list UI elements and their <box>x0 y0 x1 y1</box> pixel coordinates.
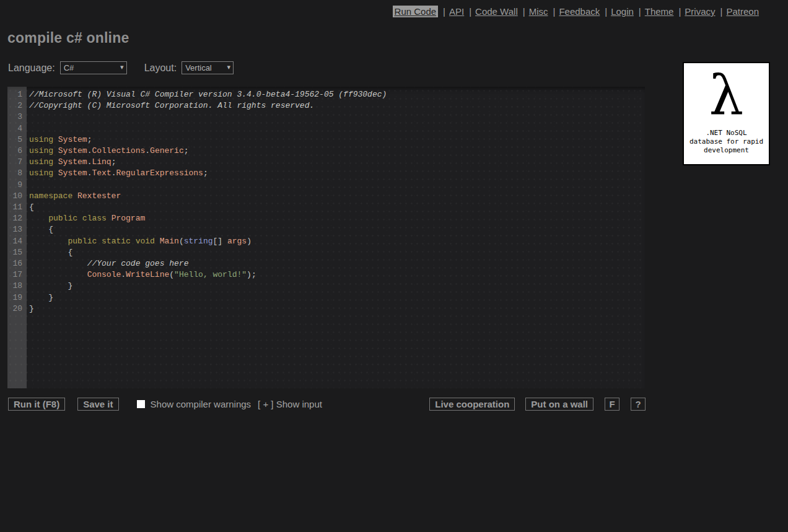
code-line <box>29 180 645 191</box>
code-lines[interactable]: //Microsoft (R) Visual C# Compiler versi… <box>27 87 645 388</box>
code-token-punct: ( <box>179 237 184 246</box>
nav-separator: | <box>523 6 525 17</box>
show-input-toggle[interactable]: [ + ] Show input <box>258 399 322 409</box>
line-number: 16 <box>7 258 27 269</box>
ad-text-line: development <box>684 146 769 155</box>
nav-item-code-wall[interactable]: Code Wall <box>475 6 518 17</box>
line-number: 20 <box>7 303 27 315</box>
code-token-punct <box>29 237 68 246</box>
line-number: 11 <box>7 202 27 213</box>
code-token-type: Rextester <box>77 191 121 201</box>
code-line: using System; <box>29 134 645 146</box>
ad-text-line: .NET NoSQL <box>684 129 769 137</box>
code-token-type: RegularExpressions <box>116 168 203 178</box>
compiler-warnings-label: Show compiler warnings <box>151 399 252 409</box>
code-token-type: Console <box>87 270 121 279</box>
code-token-type: Collections <box>92 146 145 155</box>
layout-select[interactable]: Vertical <box>182 61 234 74</box>
run-button[interactable]: Run it (F8) <box>8 398 65 411</box>
code-token-punct: ; <box>184 146 189 155</box>
line-number: 6 <box>7 146 27 157</box>
code-token-kw: public static void <box>68 237 159 246</box>
code-token-punct: [] <box>213 237 227 246</box>
code-token-punct: ; <box>203 168 208 178</box>
code-line <box>29 111 645 123</box>
code-token-comment: //Microsoft (R) Visual C# Compiler versi… <box>29 90 387 99</box>
nav-separator: | <box>678 6 681 17</box>
line-number: 5 <box>7 134 27 146</box>
layout-select-wrap: Vertical ▾ <box>182 61 234 74</box>
nav-item-patreon[interactable]: Patreon <box>726 6 759 17</box>
code-line: using System.Text.RegularExpressions; <box>29 168 645 179</box>
language-select-wrap: C# ▾ <box>60 61 127 74</box>
ad-banner[interactable]: λ .NET NoSQL database for rapid developm… <box>683 62 770 165</box>
code-line: public static void Main(string[] args) <box>29 236 645 247</box>
top-navigation: Run Code|API|Code Wall|Misc|Feedback|Log… <box>0 0 788 17</box>
code-token-punct: ); <box>247 270 256 279</box>
line-number: 17 <box>7 269 27 281</box>
code-line: } <box>29 292 645 303</box>
code-token-kw: namespace <box>29 191 77 201</box>
code-token-punct: ) <box>247 237 252 246</box>
code-editor[interactable]: 1234567891011121314151617181920 //Micros… <box>7 87 645 388</box>
nav-separator: | <box>639 6 641 17</box>
code-token-type: WriteLine <box>126 270 169 279</box>
line-number: 12 <box>7 213 27 224</box>
compiler-warnings-checkbox[interactable] <box>137 400 145 408</box>
code-line: public class Program <box>29 213 645 224</box>
code-token-comment: //Your code goes here <box>87 259 189 268</box>
nav-separator: | <box>443 6 445 17</box>
nav-item-api[interactable]: API <box>449 6 464 17</box>
code-token-kw: public class <box>48 214 111 223</box>
help-button[interactable]: ? <box>631 398 646 411</box>
nav-item-misc[interactable]: Misc <box>529 6 548 17</box>
editor-toolbar: Run it (F8) Save it Show compiler warnin… <box>8 398 646 411</box>
code-token-type: System <box>58 168 87 178</box>
code-token-type: Main <box>160 237 179 246</box>
nav-item-privacy[interactable]: Privacy <box>685 6 715 17</box>
save-button[interactable]: Save it <box>77 398 118 411</box>
nav-item-login[interactable]: Login <box>611 6 634 17</box>
nav-item-feedback[interactable]: Feedback <box>559 6 600 17</box>
code-token-punct <box>29 259 87 268</box>
code-line: } <box>29 281 645 292</box>
code-token-type: System <box>58 135 87 144</box>
code-token-punct: } <box>29 304 34 313</box>
live-cooperation-button[interactable]: Live cooperation <box>429 398 515 411</box>
code-line: { <box>29 224 645 235</box>
nav-item-run-code[interactable]: Run Code <box>393 6 439 17</box>
fullscreen-button[interactable]: F <box>605 398 619 411</box>
code-token-type: Linq <box>92 157 111 167</box>
code-line: using System.Collections.Generic; <box>29 146 645 157</box>
code-line: using System.Linq; <box>29 157 645 168</box>
code-token-type: args <box>227 237 247 246</box>
code-line: { <box>29 247 645 258</box>
code-token-comment: //Copyright (C) Microsoft Corporation. A… <box>29 101 314 110</box>
line-number: 10 <box>7 191 27 202</box>
line-number: 13 <box>7 224 27 235</box>
code-line: } <box>29 303 645 315</box>
code-token-punct: ; <box>87 135 92 144</box>
code-token-str: "Hello, world!" <box>174 270 247 279</box>
ad-text: .NET NoSQL database for rapid developmen… <box>684 129 769 155</box>
code-line: //Your code goes here <box>29 258 645 269</box>
put-on-wall-button[interactable]: Put on a wall <box>525 398 593 411</box>
code-line: Console.WriteLine("Hello, world!"); <box>29 269 645 281</box>
ad-text-line: database for rapid <box>684 137 769 146</box>
code-token-type: Generic <box>150 146 184 155</box>
code-line: { <box>29 202 645 213</box>
code-token-type: System <box>58 157 87 167</box>
code-token-type: System <box>58 146 87 155</box>
line-number: 7 <box>7 157 27 168</box>
nav-separator: | <box>469 6 471 17</box>
line-number: 14 <box>7 236 27 247</box>
language-label: Language: <box>8 63 55 74</box>
line-number: 18 <box>7 281 27 292</box>
nav-item-theme[interactable]: Theme <box>645 6 674 17</box>
nav-separator: | <box>605 6 607 17</box>
line-number: 9 <box>7 180 27 191</box>
code-token-punct: . <box>121 270 126 279</box>
code-token-punct <box>29 270 87 279</box>
code-line: //Copyright (C) Microsoft Corporation. A… <box>29 100 645 111</box>
language-select[interactable]: C# <box>60 61 127 74</box>
